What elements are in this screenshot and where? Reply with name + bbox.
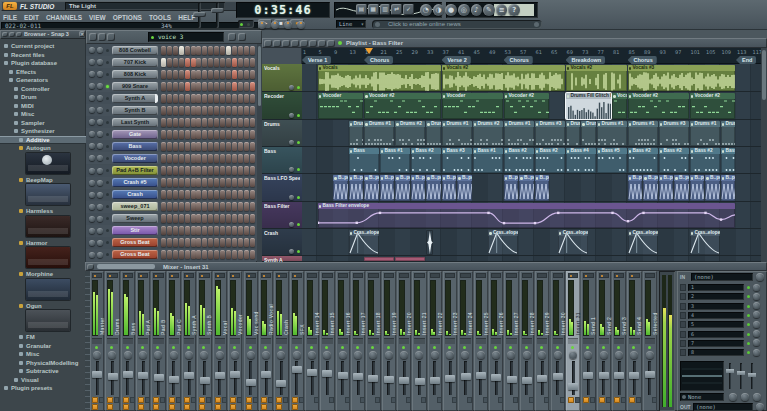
step-cell[interactable] <box>179 106 184 115</box>
step-cell[interactable] <box>226 82 231 91</box>
step-cell[interactable] <box>238 238 243 247</box>
channel-volume-knob[interactable] <box>97 59 103 65</box>
step-cell[interactable] <box>238 118 243 127</box>
step-cell[interactable] <box>238 82 243 91</box>
strip-enable-led[interactable] <box>433 346 436 349</box>
strip-fader-handle[interactable] <box>322 370 332 377</box>
step-cell[interactable] <box>202 226 207 235</box>
mixer-strip-radio-vocal[interactable]: Radio Vocal <box>259 271 273 411</box>
mixer-strip-insert-23[interactable]: Insert 23 <box>443 271 457 411</box>
channel-enable-led[interactable] <box>106 133 109 136</box>
step-cell[interactable] <box>226 46 231 55</box>
strip-fx-enable-button[interactable] <box>276 404 282 410</box>
step-cell[interactable] <box>161 46 166 55</box>
clip-bass-2[interactable]: Bass #2 <box>690 148 720 173</box>
clip-vocoder-2[interactable]: Vocoder #2 <box>612 93 627 119</box>
strip-enable-led[interactable] <box>187 346 190 349</box>
channel-enable-led[interactable] <box>106 97 109 100</box>
step-cell[interactable] <box>196 130 201 139</box>
strip-fx-enable-button[interactable] <box>199 397 205 403</box>
channel-enable-led[interactable] <box>106 109 109 112</box>
track-record-led[interactable] <box>297 168 300 171</box>
track-header-crash[interactable]: Crash <box>262 229 302 256</box>
browser-item-harmless[interactable]: Harmless <box>0 207 86 216</box>
strip-enable-led[interactable] <box>95 346 98 349</box>
step-cell[interactable] <box>202 214 207 223</box>
step-cell[interactable] <box>238 250 243 259</box>
strip-fader-track[interactable] <box>572 361 575 395</box>
strip-pan-knob[interactable] <box>139 351 147 359</box>
step-cell[interactable] <box>238 202 243 211</box>
step-cell[interactable] <box>196 154 201 163</box>
strip-mute-button[interactable] <box>652 397 657 403</box>
strip-fx-enable-button[interactable] <box>92 397 98 403</box>
strip-enable-led[interactable] <box>617 346 620 349</box>
browser-item-misc[interactable]: Misc <box>0 350 86 359</box>
step-cell[interactable] <box>214 82 219 91</box>
step-cell[interactable] <box>179 46 184 55</box>
clip-cras-elope[interactable]: Cras..elope <box>488 230 518 255</box>
clip-bass-2[interactable]: Bass #2 <box>659 148 689 173</box>
fx-slot-mix-knob[interactable] <box>753 339 760 346</box>
clip-bass-3[interactable]: Bass #3 <box>442 148 472 173</box>
menu-file[interactable]: FILE <box>3 14 17 21</box>
strip-fx-enable-button[interactable] <box>276 397 282 403</box>
snap-selector[interactable]: Line ▾ <box>336 20 366 28</box>
channel-volume-knob[interactable] <box>97 180 103 186</box>
step-cell[interactable] <box>191 178 196 187</box>
fx-send-knob-1[interactable] <box>729 393 737 401</box>
step-cell[interactable] <box>244 130 249 139</box>
pattern-song-switch[interactable] <box>238 20 254 28</box>
strip-fader-handle[interactable] <box>108 373 118 380</box>
strip-fader-handle[interactable] <box>553 373 563 380</box>
browser-item-fm[interactable]: FM <box>0 333 86 342</box>
step-cell[interactable] <box>250 82 255 91</box>
step-cell[interactable] <box>220 94 225 103</box>
step-cell[interactable] <box>191 58 196 67</box>
strip-fader-track[interactable] <box>311 361 314 395</box>
step-cell[interactable] <box>244 214 249 223</box>
channel-pan-knob[interactable] <box>89 71 95 77</box>
clip-drums-1[interactable]: Drums #1 <box>690 121 720 146</box>
mixer-strip-insert-19[interactable]: Insert 19 <box>382 271 396 411</box>
strip-fx-enable-button[interactable] <box>169 404 175 410</box>
strip-mute-button[interactable] <box>437 397 442 403</box>
count-in-icon[interactable]: ◎ <box>458 4 470 16</box>
step-cell[interactable] <box>238 130 243 139</box>
step-cell[interactable] <box>191 106 196 115</box>
strip-mute-button[interactable] <box>606 397 611 403</box>
step-cell[interactable] <box>250 202 255 211</box>
fx-eq-slider-handle-1[interactable] <box>726 369 734 373</box>
channel-button-last-synth[interactable]: Last Synth <box>112 118 158 127</box>
fx-slot-led[interactable] <box>747 323 750 326</box>
step-cell[interactable] <box>214 154 219 163</box>
step-cell[interactable] <box>173 190 178 199</box>
step-cell[interactable] <box>250 106 255 115</box>
step-cell[interactable] <box>185 250 190 259</box>
step-cell[interactable] <box>179 190 184 199</box>
channel-enable-led[interactable] <box>106 229 109 232</box>
playlist-tool-button-1[interactable] <box>264 40 272 47</box>
fx-slot-checkbox[interactable] <box>680 293 686 300</box>
clip-vocoder[interactable]: Vocoder <box>442 93 503 119</box>
step-cell[interactable] <box>220 250 225 259</box>
fx-slot-led[interactable] <box>747 286 750 289</box>
strip-mute-button[interactable] <box>222 397 227 403</box>
step-cell[interactable] <box>220 226 225 235</box>
strip-enable-led[interactable] <box>233 346 236 349</box>
channel-button-gross-beat[interactable]: Gross Beat <box>112 238 158 247</box>
strip-fx-enable-button[interactable] <box>292 397 298 403</box>
step-cell[interactable] <box>179 70 184 79</box>
step-cell[interactable] <box>196 190 201 199</box>
step-cell[interactable] <box>214 214 219 223</box>
step-cell[interactable] <box>214 202 219 211</box>
step-cell[interactable] <box>179 202 184 211</box>
strip-mute-button[interactable] <box>421 397 426 403</box>
step-cell[interactable] <box>232 154 237 163</box>
step-cell[interactable] <box>244 166 249 175</box>
strip-fx-enable-button[interactable] <box>246 404 252 410</box>
strip-mute-button[interactable] <box>253 397 258 403</box>
step-cell[interactable] <box>161 250 166 259</box>
step-cell[interactable] <box>208 130 213 139</box>
strip-enable-led[interactable] <box>356 346 359 349</box>
